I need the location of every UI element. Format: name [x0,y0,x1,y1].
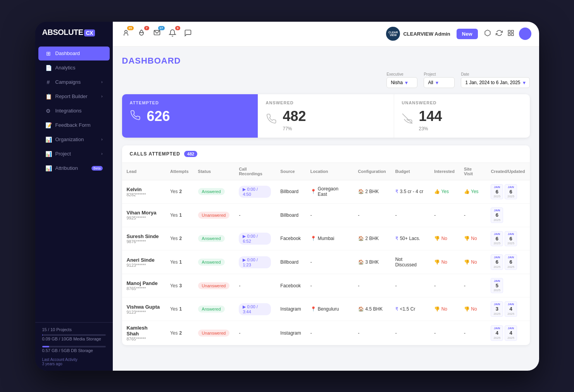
no-recording: - [239,212,240,218]
lead-phone: 8765****** [127,286,161,291]
date-block: JAN 4 2025 [491,325,503,341]
site-visit-cell: 👎 No [459,297,486,321]
site-visit-cell: 👍 Yes [459,180,486,204]
no-location: - [310,212,312,218]
status-badge: Answered [198,188,225,195]
sidebar-item-organization[interactable]: 📊 Organization › [38,133,110,147]
dates-pair: JAN 6 2025 [491,207,525,223]
messages-icon-btn[interactable]: 17 [152,28,162,40]
location-cell-td: - [306,250,353,274]
location-cell-td: 📍Mumbai [306,227,353,250]
config-cell-td: 🏠2 BHK [353,227,391,250]
status-badge: Unanswered [198,212,230,219]
sidebar-nav: ⊞ Dashboard 📄 Analytics # Campaigns › 📋 … [35,43,113,322]
avatar[interactable] [519,28,531,40]
sidebar-item-label: Feedback Form [55,122,91,128]
sidebar-item-label: Analytics [55,65,76,71]
play-recording-btn[interactable]: ▶ 0:00 / 1:23 [239,256,271,268]
interested-cell: - [429,321,459,345]
users-icon-btn[interactable]: 35 [121,28,131,40]
project-filter: Project All ▾ [424,72,455,88]
no-config: - [358,330,360,336]
budget-val: - [395,283,397,288]
last-activity: Last Account Activity 3 years ago [42,357,106,366]
tab-answered[interactable]: ANSWERED 482 77% [258,94,394,138]
notifications-icon-btn[interactable]: 9 [167,28,178,40]
site-visit-yes: 👍 Yes [464,189,479,194]
org-icon: 📊 [45,136,52,143]
report-icon: 📋 [45,93,52,100]
date-select[interactable]: 1 Jan, 2024 to 6 Jan, 2025 ▾ [461,77,529,88]
play-recording-btn[interactable]: ▶ 0:00 / 6:52 [239,233,271,245]
date-block: JAN 4 2025 [505,301,517,317]
users-badge: 35 [127,26,134,30]
sidebar-item-dashboard[interactable]: ⊞ Dashboard [38,47,110,60]
lead-name: Vishwa Gupta [127,304,161,310]
sidebar-item-label: Attribution [55,165,78,171]
rupee-icon: ₹ [395,236,398,241]
date-cell: JAN 6 2025 [486,204,529,227]
refresh-icon[interactable] [496,29,503,38]
location-cell: 📍Mumbai [310,236,349,241]
site-visit-no: 👎 No [464,259,477,265]
location-cell-td: 📍Benguluru [306,297,353,321]
sidebar-item-campaigns[interactable]: # Campaigns › [38,75,110,89]
recording-cell: ▶ 0:00 / 4:50 [234,180,276,204]
grid-icon[interactable] [507,29,514,38]
sidebar-item-label: Dashboard [55,50,80,56]
campaigns-icon: # [45,79,52,85]
lead-phone: 9123****** [127,263,161,268]
beta-badge: Beta [91,166,103,171]
site-visit-no: 👎 No [464,236,477,241]
sidebar-item-attribution[interactable]: 📊 Attribution Beta [38,161,110,175]
media-storage-label: 0.09 GB / 10GB Media Storage [42,337,106,341]
sidebar-item-label: Integrations [55,108,82,114]
sidebar-item-analytics[interactable]: 📄 Analytics [38,61,110,75]
phone-icon [130,110,141,123]
col-location: Location [306,163,353,180]
tab-attempted[interactable]: ATTEMPTED 626 [122,94,258,138]
cube-icon[interactable] [484,29,491,38]
svg-rect-4 [511,30,513,32]
alerts-icon-btn[interactable]: 7 [136,28,147,40]
chat-icon-btn[interactable] [183,28,193,40]
date-block: JAN 6 2025 [491,207,503,223]
budget-cell-td: ₹50+ Lacs. [391,227,430,250]
home-icon: 🏠 [358,259,364,265]
project-select[interactable]: All ▾ [424,77,455,88]
source-cell: Billboard [276,204,305,227]
status-cell: Unanswered [193,321,234,345]
sidebar-item-feedback-form[interactable]: 📝 Feedback Form [38,118,110,132]
date-block: JAN 4 2025 [505,325,517,341]
recording-cell: ▶ 0:00 / 6:52 [234,227,276,250]
config-cell: 🏠2 BHK [358,236,386,241]
col-budget: Budget [391,163,430,180]
budget-cell-td: ₹3.5 cr - 4 cr [391,180,430,204]
config-cell-td: 🏠4.5 BHK [353,297,391,321]
table-row: Vishwa Gupta 9123****** Yes 1 Answered ▶… [122,297,530,321]
sidebar-item-report-builder[interactable]: 📋 Report Builder › [38,90,110,104]
budget-cell-td: ₹<1.5 Cr [391,297,430,321]
play-recording-btn[interactable]: ▶ 0:00 / 4:50 [239,186,271,198]
tab-unanswered[interactable]: UNANSWERED 144 23% [394,94,530,138]
executive-select[interactable]: Nisha ▾ [386,77,417,88]
rupee-icon: ₹ [395,306,398,312]
play-recording-btn[interactable]: ▶ 0:00 / 3:44 [239,303,271,315]
date-cell: JAN 5 2025 [486,274,529,297]
site-visit-no: 👎 No [464,306,477,312]
table-header: CALLS ATTEMPTED 482 [122,145,530,163]
recording-cell: - [234,204,276,227]
budget-cell: ₹50+ Lacs. [395,236,425,241]
interested-cell: - [429,204,459,227]
status-cell: Answered [193,180,234,204]
no-config: - [358,212,360,218]
location-cell-td: - [306,321,353,345]
sidebar-item-project[interactable]: 📊 Project › [38,147,110,161]
lead-name: Kelvin [127,187,161,192]
recording-cell: - [234,321,276,345]
lead-phone: 8282****** [127,192,161,197]
new-button[interactable]: New [457,29,478,39]
attempts-cell: Yes 2 [165,180,193,204]
sidebar-item-integrations[interactable]: ⚙ Integrations [38,104,110,118]
budget-cell-td: Not Discussed [391,250,430,274]
